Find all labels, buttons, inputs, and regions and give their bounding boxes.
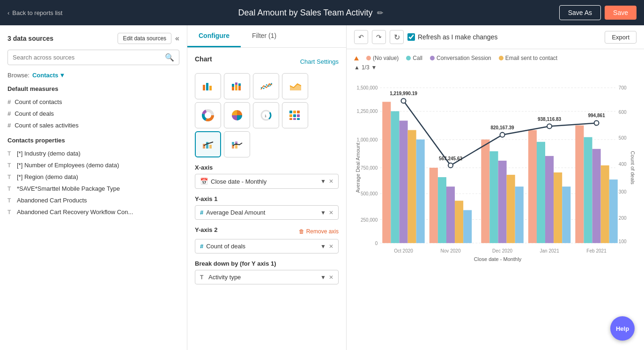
hash-icon: # (200, 243, 203, 250)
svg-point-83 (401, 98, 406, 103)
back-button[interactable]: ‹ Back to reports list (7, 9, 62, 16)
svg-rect-28 (203, 144, 205, 149)
close-icon[interactable]: ✕ (329, 178, 333, 185)
close-icon[interactable]: ✕ (329, 209, 333, 216)
legend-item-conversation: Conversation Session (430, 55, 491, 61)
measure-item[interactable]: # Count of contacts (7, 96, 179, 108)
bar-line-chart: Average Deal Amount Count of deals 1,500… (354, 74, 637, 262)
svg-rect-70 (498, 161, 507, 243)
yaxis1-dropdown[interactable]: # Average Deal Amount ▼ ✕ (195, 205, 339, 220)
measure-label: Count of deals (15, 110, 54, 117)
legend-label: Email sent to contact (505, 55, 557, 61)
measure-item[interactable]: # Count of deals (7, 108, 179, 119)
save-as-button[interactable]: Save As (559, 5, 601, 20)
svg-text:400: 400 (619, 162, 627, 167)
next-page-arrow[interactable]: ▼ (371, 64, 377, 71)
help-button[interactable]: Help (610, 316, 635, 341)
svg-rect-74 (537, 142, 545, 243)
svg-text:Average Deal Amount: Average Deal Amount (355, 142, 361, 193)
prev-page-arrow[interactable]: ▲ (354, 64, 360, 71)
chart-area: ↶ ↷ ↻ Refresh as I make changes Export (… (347, 25, 644, 350)
svg-text:1,000,000: 1,000,000 (357, 137, 378, 142)
chevron-left-icon: ‹ (7, 9, 9, 16)
legend-dot (499, 56, 503, 60)
measure-item[interactable]: # Count of sales activities (7, 119, 179, 131)
chart-section-title: Chart (195, 55, 212, 63)
redo-button[interactable]: ↷ (372, 30, 386, 44)
heatmap-btn[interactable] (282, 102, 308, 128)
legend-item-email: Email sent to contact (499, 55, 557, 61)
browse-row: Browse: Contacts ▼ (7, 72, 179, 79)
close-icon[interactable]: ✕ (329, 243, 333, 250)
svg-rect-26 (293, 118, 296, 120)
sidebar-header: 3 data sources Edit data sources « (7, 33, 179, 44)
list-item[interactable]: T Abandoned Cart Products (7, 194, 179, 206)
save-button[interactable]: Save (605, 6, 637, 20)
export-button[interactable]: Export (605, 31, 637, 44)
search-input[interactable] (13, 54, 165, 61)
refresh-toggle[interactable] (407, 33, 415, 41)
svg-rect-67 (463, 210, 472, 243)
search-icon[interactable]: 🔍 (165, 53, 174, 62)
chart-wrap: Average Deal Amount Count of deals 1,500… (354, 74, 637, 270)
yaxis2-dropdown[interactable]: # Count of deals ▼ ✕ (195, 239, 339, 253)
back-label: Back to reports list (12, 9, 62, 16)
area-chart-btn[interactable] (282, 73, 308, 99)
breakdown-dropdown[interactable]: T Activity type ▼ ✕ (195, 270, 339, 284)
undo-button[interactable]: ↶ (354, 30, 368, 44)
xaxis-dropdown[interactable]: 📅 Close date - Monthly ▼ ✕ (195, 174, 339, 189)
breakdown-dropdown-left: T Activity type (200, 274, 318, 281)
edit-data-sources-button[interactable]: Edit data sources (118, 33, 171, 44)
remove-axis-button[interactable]: 🗑 Remove axis (299, 228, 339, 235)
donut-chart-btn[interactable] (195, 102, 221, 128)
page-nav: ▲ 1/3 ▼ (354, 64, 637, 71)
collapse-icons[interactable]: « (175, 34, 179, 43)
hash-icon: # (7, 122, 11, 129)
chevron-down-icon: ▼ (59, 72, 66, 79)
default-measures-title: Default measures (7, 85, 179, 92)
browse-dropdown[interactable]: Contacts ▼ (32, 72, 66, 79)
svg-text:Feb 2021: Feb 2021 (586, 248, 607, 253)
line-chart-btn[interactable] (253, 73, 279, 99)
pie-chart-btn[interactable] (224, 102, 250, 128)
refresh-button[interactable]: ↻ (390, 30, 404, 44)
stacked-bar-chart-btn[interactable] (224, 73, 250, 99)
chevron-down-icon: ▼ (320, 209, 326, 216)
svg-rect-21 (297, 111, 300, 113)
yaxis2-header: Y-axis 2 🗑 Remove axis (195, 226, 339, 236)
tab-filter[interactable]: Filter (1) (241, 25, 288, 47)
refresh-checkbox[interactable]: Refresh as I make changes (407, 33, 497, 41)
type-icon: T (7, 162, 13, 169)
prop-label: [*] Industry (demo data) (17, 150, 81, 157)
header-title-group: Deal Amount by Sales Team Activity ✏ (238, 8, 384, 18)
svg-rect-75 (545, 156, 554, 243)
svg-rect-60 (399, 121, 407, 243)
svg-rect-8 (238, 86, 241, 90)
chart-toolbar: ↶ ↷ ↻ Refresh as I make changes Export (347, 25, 644, 49)
svg-point-84 (448, 163, 453, 168)
svg-text:567,245.62: 567,245.62 (439, 156, 463, 161)
svg-rect-82 (609, 179, 618, 243)
svg-rect-7 (235, 82, 237, 85)
type-icon: T (7, 150, 13, 157)
chart-settings-link[interactable]: Chart Settings (300, 58, 339, 65)
list-item[interactable]: T [*] Industry (demo data) (7, 148, 179, 159)
combo-bar-line-btn[interactable] (195, 131, 221, 157)
close-icon[interactable]: ✕ (329, 274, 333, 281)
chevron-down-icon: ▼ (320, 178, 326, 185)
svg-text:Dec 2020: Dec 2020 (492, 248, 512, 253)
list-item[interactable]: T Abandoned Cart Recovery Workflow Con..… (7, 206, 179, 218)
tab-configure[interactable]: Configure (187, 25, 241, 47)
type-icon: T (7, 209, 13, 216)
edit-icon[interactable]: ✏ (377, 8, 383, 17)
list-item[interactable]: T [*] Region (demo data) (7, 171, 179, 183)
gauge-chart-btn[interactable]: 1 (253, 102, 279, 128)
yaxis1-label: Y-axis 1 (195, 195, 339, 202)
list-item[interactable]: T *SAVE*Smarttel Mobile Package Type (7, 183, 179, 194)
list-item[interactable]: T [*] Number of Employees (demo data) (7, 159, 179, 171)
tabs-row: Configure Filter (1) (187, 25, 346, 48)
svg-rect-2 (209, 86, 212, 90)
bar-chart-btn[interactable] (195, 73, 221, 99)
svg-rect-81 (601, 165, 609, 243)
stacked-combo-btn[interactable] (224, 131, 250, 157)
